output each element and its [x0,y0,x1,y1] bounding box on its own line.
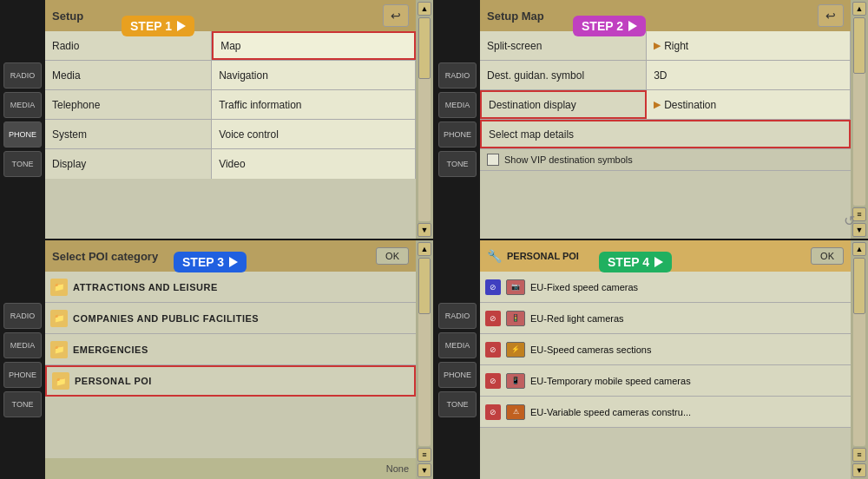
list-item[interactable]: 📁 COMPANIES AND PUBLIC FACILITIES [45,303,416,334]
q4-scroll-track [853,258,865,446]
q4-panel: 🔧 PERSONAL POI OK ⊘ 📷 EU-Fixed speed cam… [480,240,868,479]
q3-phone-btn[interactable]: PHONE [3,362,42,388]
q2-radio-btn[interactable]: RADIO [438,62,477,89]
q1-header: Setup ↩ [45,0,416,31]
q4-tone-btn[interactable]: TONE [438,391,477,417]
cam-off-icon: ⊘ [485,342,501,358]
q2-row2-value[interactable]: 3D [647,61,851,89]
poi-row1-text: ATTRACTIONS AND LEISURE [73,282,218,292]
poi-detail-row2-text: EU-Red light cameras [530,313,624,324]
poi-row3-text: EMERGENCIES [73,344,148,355]
table-row: Split-screen ▶ Right [480,31,851,61]
list-item[interactable]: ⊘ 📱 EU-Temporary mobile speed cameras [480,365,851,397]
q4-ok-btn[interactable]: OK [811,247,844,265]
q4-scroll-lines[interactable]: ≡ [852,448,866,462]
q4-title: PERSONAL POI [507,251,579,261]
q3-scroll-track [418,258,431,446]
q2-row3-value[interactable]: ▶ Destination [647,90,851,119]
list-item[interactable]: 📁 ATTRACTIONS AND LEISURE [45,272,416,303]
q1-row2-label[interactable]: Media [45,61,212,89]
q3-title: Select POI category [52,250,158,263]
poi-detail-row5-text: EU-Variable speed cameras constru... [530,407,691,417]
list-item[interactable]: ⊘ ⚠ EU-Variable speed cameras constru... [480,397,851,428]
q2-side-buttons: RADIO MEDIA PHONE TONE [435,0,480,239]
list-item[interactable]: 📁 EMERGENCIES [45,334,416,365]
q3-scroll-lines[interactable]: ≡ [418,448,431,462]
q2-row4-full[interactable]: Select map details [480,120,851,148]
q1-scroll-down[interactable]: ▼ [418,223,431,237]
q1-side-buttons: RADIO MEDIA PHONE TONE [0,0,45,239]
q4-radio-btn[interactable]: RADIO [438,303,477,329]
q1-radio-btn[interactable]: RADIO [3,62,42,89]
q1-row4-label[interactable]: System [45,120,212,148]
q2-row2-label[interactable]: Dest. guidan. symbol [480,61,647,89]
quadrant-3: RADIO MEDIA PHONE TONE Select POI catego… [0,240,433,479]
q1-row5-label[interactable]: Display [45,149,212,179]
q1-phone-btn[interactable]: PHONE [3,121,42,148]
q4-poi-detail-list: ⊘ 📷 EU-Fixed speed cameras ⊘ 🚦 EU-Red li… [480,272,851,479]
q1-row2-value[interactable]: Navigation [212,61,416,89]
q1-scrollbar: ▲ ▼ [416,0,433,239]
q1-row3-label[interactable]: Telephone [45,90,212,119]
folder-icon: 📁 [50,279,68,296]
q2-panel: Setup Map ↩ Split-screen ▶ Right Dest. g… [480,0,868,239]
q1-row1-value[interactable]: Map [212,31,416,60]
list-item[interactable]: ⊘ ⚡ EU-Speed cameras sections [480,334,851,365]
q2-row3-label[interactable]: Destination display [480,90,647,119]
vip-checkbox[interactable] [487,154,499,166]
q4-title-area: 🔧 PERSONAL POI [487,249,579,263]
speed-cam-thumb: 📷 [506,279,525,295]
q4-media-btn[interactable]: MEDIA [438,332,477,358]
q1-row3-value[interactable]: Traffic information [212,90,416,119]
q2-tone-btn[interactable]: TONE [438,151,477,177]
q4-side-buttons: RADIO MEDIA PHONE TONE [435,240,480,479]
q2-row1-value[interactable]: ▶ Right [647,31,851,60]
list-item[interactable]: 📁 PERSONAL POI [45,365,416,397]
table-row: Media Navigation [45,61,416,90]
q3-media-btn[interactable]: MEDIA [3,332,42,358]
cam-off-icon: ⊘ [485,279,501,295]
poi-detail-row4-text: EU-Temporary mobile speed cameras [530,376,691,386]
q2-scrollbar: ▲ ≡ ▼ [851,0,868,239]
q4-scroll-up[interactable]: ▲ [852,242,866,256]
q2-menu: Split-screen ▶ Right Dest. guidan. symbo… [480,31,851,239]
q2-scroll-track [853,17,865,206]
q1-tone-btn[interactable]: TONE [3,151,42,177]
table-row: Destination display ▶ Destination [480,90,851,120]
quadrant-4: RADIO MEDIA PHONE TONE 🔧 PERSONAL POI OK… [435,240,868,479]
q3-radio-btn[interactable]: RADIO [3,303,42,329]
poi-detail-row1-text: EU-Fixed speed cameras [530,282,638,292]
q1-row5-value[interactable]: Video [212,149,416,179]
q4-phone-btn[interactable]: PHONE [438,362,477,388]
q2-title: Setup Map [487,10,544,23]
q2-row1-label[interactable]: Split-screen [480,31,647,60]
q1-scroll-thumb [418,17,431,79]
q2-scroll-up[interactable]: ▲ [852,2,866,16]
q2-media-btn[interactable]: MEDIA [438,92,477,118]
q3-bottom-bar: None [45,458,416,479]
variable-cam-thumb: ⚠ [506,404,525,420]
poi-row4-text: PERSONAL POI [75,376,152,386]
list-item[interactable]: ⊘ 🚦 EU-Red light cameras [480,303,851,334]
q4-scrollbar: ▲ ≡ ▼ [851,240,868,479]
refresh-icon[interactable]: ↺ [844,213,855,229]
q1-scroll-up[interactable]: ▲ [418,2,431,16]
q1-media-btn[interactable]: MEDIA [3,92,42,118]
q1-row4-value[interactable]: Voice control [212,120,416,148]
q1-row1-label[interactable]: Radio [45,31,212,60]
q3-tone-btn[interactable]: TONE [3,391,42,417]
q4-scroll-down[interactable]: ▼ [852,463,866,477]
q2-back-btn[interactable]: ↩ [818,4,844,27]
q3-scroll-down[interactable]: ▼ [418,463,431,477]
q3-ok-btn[interactable]: OK [376,247,409,265]
speed-section-thumb: ⚡ [506,342,525,358]
table-row: Telephone Traffic information [45,90,416,120]
quadrant-2: RADIO MEDIA PHONE TONE Setup Map ↩ Split… [435,0,868,239]
q2-phone-btn[interactable]: PHONE [438,121,477,148]
q1-back-btn[interactable]: ↩ [383,4,409,27]
folder-icon: 📁 [50,310,68,327]
q3-scroll-up[interactable]: ▲ [418,242,431,256]
q3-scrollbar: ▲ ≡ ▼ [416,240,433,479]
list-item[interactable]: ⊘ 📷 EU-Fixed speed cameras [480,272,851,303]
q3-panel-main: Select POI category OK 📁 ATTRACTIONS AND… [45,240,416,479]
